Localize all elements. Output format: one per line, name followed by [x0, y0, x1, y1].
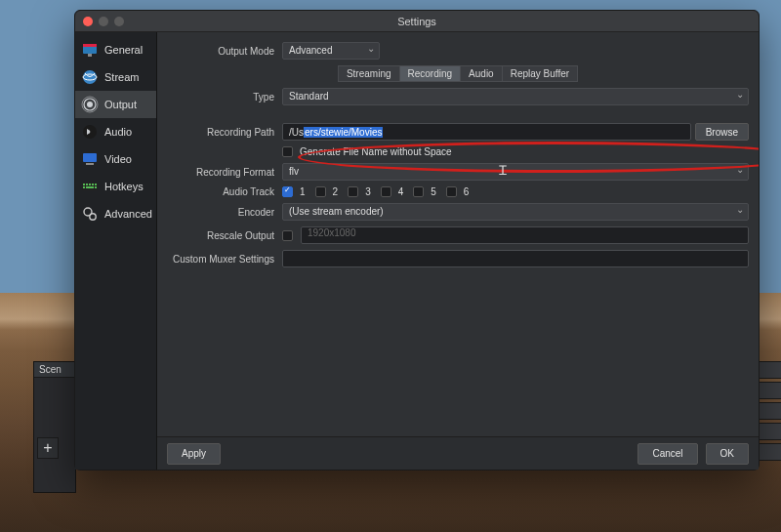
settings-sidebar: General Stream Output Audio Video Hotkey… — [75, 32, 157, 470]
audio-track-3-label: 3 — [365, 186, 371, 197]
tab-streaming[interactable]: Streaming — [338, 65, 400, 82]
svg-rect-16 — [95, 184, 97, 185]
svg-point-5 — [87, 102, 93, 107]
audio-track-group: 1 2 3 4 5 6 — [282, 186, 749, 197]
audio-track-4-label: 4 — [398, 186, 404, 197]
recording-format-select[interactable]: flv — [282, 163, 749, 181]
audio-track-6-checkbox[interactable] — [446, 186, 457, 197]
svg-rect-13 — [86, 184, 88, 185]
main-window-scenes-panel: Scen — [33, 361, 76, 493]
hotkeys-icon — [81, 178, 99, 195]
audio-track-5-label: 5 — [431, 186, 436, 197]
encoder-label: Encoder — [167, 207, 282, 218]
scenes-header: Scen — [34, 362, 75, 378]
apply-button[interactable]: Apply — [167, 443, 221, 465]
svg-rect-14 — [89, 184, 91, 185]
tab-replay-buffer[interactable]: Replay Buffer — [503, 65, 578, 82]
settings-content: Output Mode Advanced Streaming Recording… — [157, 32, 759, 470]
sidebar-item-label: General — [104, 44, 143, 56]
svg-rect-9 — [83, 153, 97, 162]
generate-filename-label: Generate File Name without Space — [300, 146, 452, 157]
sidebar-item-output[interactable]: Output — [75, 91, 156, 118]
ok-button[interactable]: OK — [706, 443, 749, 465]
browse-button[interactable]: Browse — [695, 123, 749, 141]
sidebar-item-general[interactable]: General — [75, 36, 156, 63]
sidebar-item-video[interactable]: Video — [75, 145, 156, 173]
sidebar-item-audio[interactable]: Audio — [75, 118, 156, 145]
recording-path-label: Recording Path — [167, 127, 282, 138]
output-subtabs: Streaming Recording Audio Replay Buffer — [338, 65, 578, 82]
rescale-output-checkbox[interactable] — [282, 230, 293, 241]
recording-path-prefix: /Us — [289, 127, 304, 138]
titlebar: Settings — [75, 11, 759, 32]
svg-rect-1 — [83, 44, 97, 47]
output-mode-select[interactable]: Advanced — [282, 42, 380, 60]
sidebar-item-label: Audio — [104, 126, 132, 138]
type-select[interactable]: Standard — [282, 88, 749, 105]
audio-track-4-checkbox[interactable] — [381, 186, 391, 197]
rescale-output-label: Rescale Output — [167, 230, 282, 241]
recording-path-input[interactable]: /Users/stewie/Movies — [282, 123, 691, 141]
sidebar-item-stream[interactable]: Stream — [75, 63, 156, 91]
audio-track-label: Audio Track — [167, 186, 282, 197]
sidebar-item-label: Video — [104, 153, 132, 165]
output-mode-label: Output Mode — [167, 46, 282, 57]
add-scene-button[interactable]: + — [37, 437, 59, 459]
encoder-select[interactable]: (Use stream encoder) — [282, 203, 749, 221]
custom-muxer-input[interactable] — [282, 250, 749, 267]
audio-icon — [81, 123, 99, 141]
general-icon — [81, 41, 99, 59]
gear-icon — [81, 205, 99, 223]
rescale-output-input: 1920x1080 — [301, 226, 749, 244]
svg-rect-2 — [88, 54, 92, 57]
tab-audio[interactable]: Audio — [461, 65, 503, 82]
sidebar-item-label: Stream — [104, 71, 139, 83]
type-label: Type — [167, 92, 282, 102]
generate-filename-checkbox[interactable] — [282, 146, 293, 157]
settings-bottombar: Apply Cancel OK — [157, 436, 759, 470]
svg-rect-15 — [92, 184, 94, 185]
main-window-right-buttons — [758, 361, 781, 464]
output-icon — [81, 96, 99, 113]
sidebar-item-label: Output — [104, 99, 137, 110]
audio-track-5-checkbox[interactable] — [413, 186, 424, 197]
svg-rect-10 — [86, 163, 94, 165]
cancel-button[interactable]: Cancel — [637, 443, 697, 465]
video-icon — [81, 150, 99, 168]
audio-track-3-checkbox[interactable] — [348, 186, 358, 197]
svg-rect-19 — [95, 186, 97, 188]
recording-path-selection: ers/stewie/Movies — [304, 127, 383, 138]
audio-track-1-checkbox[interactable] — [282, 186, 293, 197]
svg-rect-18 — [86, 186, 94, 188]
sidebar-item-label: Advanced — [104, 208, 152, 220]
sidebar-item-hotkeys[interactable]: Hotkeys — [75, 173, 156, 200]
custom-muxer-label: Custom Muxer Settings — [167, 254, 282, 265]
sidebar-item-advanced[interactable]: Advanced — [75, 200, 156, 227]
tab-recording[interactable]: Recording — [400, 65, 462, 82]
stream-icon — [81, 68, 99, 86]
svg-rect-12 — [83, 184, 85, 185]
audio-track-2-label: 2 — [333, 186, 339, 197]
settings-window: Settings General Stream Output Audio Vid — [74, 10, 760, 471]
svg-point-21 — [90, 214, 96, 220]
audio-track-6-label: 6 — [464, 186, 470, 197]
audio-track-1-label: 1 — [300, 186, 306, 197]
window-title: Settings — [75, 16, 759, 27]
audio-track-2-checkbox[interactable] — [315, 186, 326, 197]
sidebar-item-label: Hotkeys — [104, 181, 144, 192]
recording-format-label: Recording Format — [167, 167, 282, 178]
svg-rect-17 — [83, 186, 85, 188]
